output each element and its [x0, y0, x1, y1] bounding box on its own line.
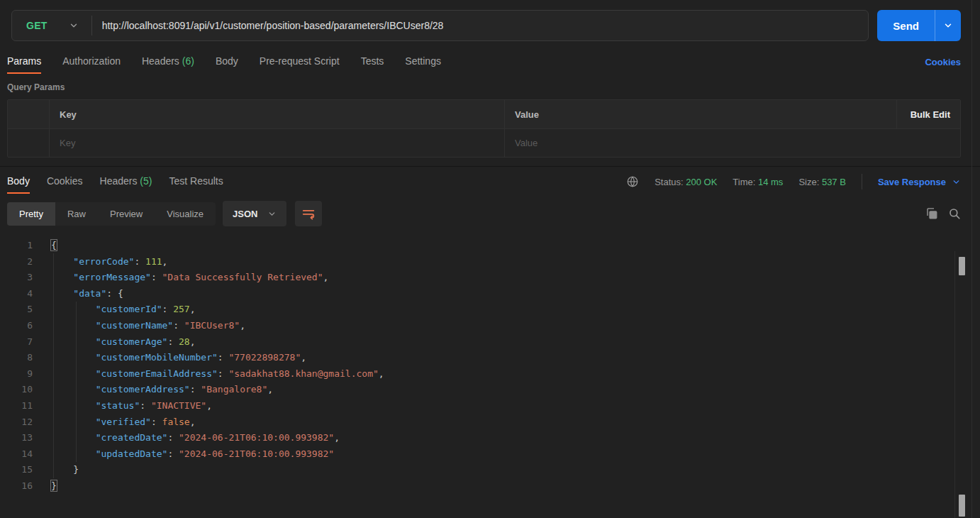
response-toolbar: Pretty Raw Preview Visualize JSON — [0, 195, 980, 232]
bulk-edit-cell: Bulk Edit — [896, 100, 960, 128]
code-line: 7 "customerAge": 28, — [0, 334, 980, 351]
line-number: 10 — [0, 382, 33, 398]
line-number: 13 — [0, 430, 33, 446]
view-mode-switch: Pretty Raw Preview Visualize — [7, 202, 216, 226]
response-scrollbar-thumb[interactable] — [959, 257, 965, 275]
code-line: 12 "verified": false, — [0, 414, 980, 431]
tab-params[interactable]: Params — [7, 50, 41, 74]
view-preview[interactable]: Preview — [98, 202, 155, 226]
param-row-end — [896, 129, 960, 157]
url-input[interactable] — [92, 20, 869, 31]
url-bar: GET — [11, 10, 869, 41]
response-tabs: Body Cookies Headers (5) Test Results St… — [0, 167, 980, 195]
response-headers-count-badge: (5) — [140, 175, 152, 187]
code-line: 16} — [0, 478, 980, 495]
code-line: 8 "customerMobileNumber": "77022898278", — [0, 350, 980, 366]
page-scrollbar-track — [971, 0, 972, 518]
tab-tests[interactable]: Tests — [361, 50, 384, 74]
param-select-column — [8, 100, 49, 128]
param-checkbox-cell — [8, 129, 49, 157]
format-select[interactable]: JSON — [223, 201, 286, 226]
line-number: 3 — [0, 270, 33, 286]
line-number: 12 — [0, 414, 33, 431]
json-body: 1{2 "errorCode": 111,3 "errorMessage": "… — [0, 238, 980, 495]
tab-headers[interactable]: Headers (6) — [142, 50, 194, 74]
response-tab-body[interactable]: Body — [7, 170, 30, 194]
request-tabs: Params Authorization Headers (6) Body Pr… — [0, 50, 980, 72]
copy-icon — [925, 207, 938, 220]
page-scrollbar-thumb[interactable] — [959, 495, 965, 517]
line-number: 4 — [0, 286, 33, 302]
request-url-row: GET Send — [0, 0, 980, 50]
send-options-button[interactable] — [935, 21, 961, 31]
globe-icon[interactable] — [626, 175, 639, 188]
search-icon — [948, 207, 961, 220]
response-tab-test-results[interactable]: Test Results — [169, 170, 223, 194]
line-number: 14 — [0, 446, 33, 463]
key-column-header: Key — [49, 100, 504, 128]
line-number: 1 — [0, 238, 33, 254]
response-meta: Status: 200 OK Time: 14 ms Size: 537 B S… — [626, 174, 961, 189]
response-pane: Body Cookies Headers (5) Test Results St… — [0, 166, 980, 498]
view-raw[interactable]: Raw — [55, 202, 98, 226]
view-visualize[interactable]: Visualize — [155, 202, 216, 226]
size-badge: Size: 537 B — [798, 177, 846, 187]
cookies-link[interactable]: Cookies — [925, 57, 961, 67]
size-value: 537 B — [822, 177, 846, 187]
query-params-title: Query Params — [7, 82, 980, 92]
time-value: 14 ms — [758, 177, 783, 187]
value-column-header: Value — [504, 100, 896, 128]
tab-pre-request-script[interactable]: Pre-request Script — [260, 50, 340, 74]
query-params-header-row: Key Value Bulk Edit — [8, 100, 960, 128]
bulk-edit-button[interactable]: Bulk Edit — [911, 109, 950, 120]
tab-body[interactable]: Body — [216, 50, 238, 74]
code-line: 2 "errorCode": 111, — [0, 254, 980, 270]
wrap-lines-icon — [301, 207, 316, 220]
line-number: 11 — [0, 398, 33, 414]
line-number: 16 — [0, 478, 33, 495]
indent-guide — [76, 302, 77, 462]
save-response-button[interactable]: Save Response — [878, 177, 961, 187]
tab-authorization[interactable]: Authorization — [62, 50, 121, 74]
code-line: 4 "data": { — [0, 286, 980, 302]
code-line: 1{ — [0, 238, 980, 254]
copy-button[interactable] — [925, 207, 938, 220]
line-number: 8 — [0, 350, 33, 366]
code-line: 6 "customerName": "IBCUser8", — [0, 318, 980, 334]
param-value-input[interactable] — [515, 138, 886, 148]
code-line: 5 "customerId": 257, — [0, 302, 980, 318]
view-pretty[interactable]: Pretty — [7, 202, 55, 226]
code-line: 11 "status": "INACTIVE", — [0, 398, 980, 414]
method-label: GET — [26, 20, 48, 31]
chevron-down-icon — [69, 21, 79, 31]
indent-guide — [53, 253, 54, 478]
response-tab-cookies[interactable]: Cookies — [47, 170, 83, 194]
line-number: 2 — [0, 254, 33, 270]
code-line: 3 "errorMessage": "Data Successfully Ret… — [0, 270, 980, 286]
wrap-lines-button[interactable] — [295, 201, 322, 226]
send-button[interactable]: Send — [877, 10, 961, 41]
code-line: 9 "customerEmailAddress": "sadakhat88.kh… — [0, 366, 980, 382]
line-number: 6 — [0, 318, 33, 334]
line-number: 9 — [0, 366, 33, 382]
format-selected-value: JSON — [233, 209, 257, 219]
code-line: 10 "customerAddress": "Bangalore8", — [0, 382, 980, 398]
search-button[interactable] — [948, 207, 961, 220]
response-tool-icons — [925, 207, 961, 220]
line-number: 15 — [0, 462, 33, 478]
status-value: 200 OK — [686, 177, 717, 187]
code-line: 13 "createdDate": "2024-06-21T06:10:00.9… — [0, 430, 980, 446]
chevron-down-icon — [267, 209, 277, 219]
method-select[interactable]: GET — [12, 11, 91, 40]
time-badge: Time: 14 ms — [733, 177, 783, 187]
tab-settings[interactable]: Settings — [405, 50, 441, 74]
line-number: 5 — [0, 302, 33, 318]
response-body-viewer[interactable]: 1{2 "errorCode": 111,3 "errorMessage": "… — [0, 232, 980, 498]
scrollbar-track-border — [954, 251, 955, 518]
query-param-row — [8, 128, 960, 157]
response-tab-headers[interactable]: Headers (5) — [100, 170, 152, 194]
param-key-input[interactable] — [60, 138, 494, 148]
code-line: 14 "updatedDate": "2024-06-21T06:10:00.9… — [0, 446, 980, 463]
meta-divider — [862, 174, 862, 189]
code-line: 15 } — [0, 462, 980, 478]
